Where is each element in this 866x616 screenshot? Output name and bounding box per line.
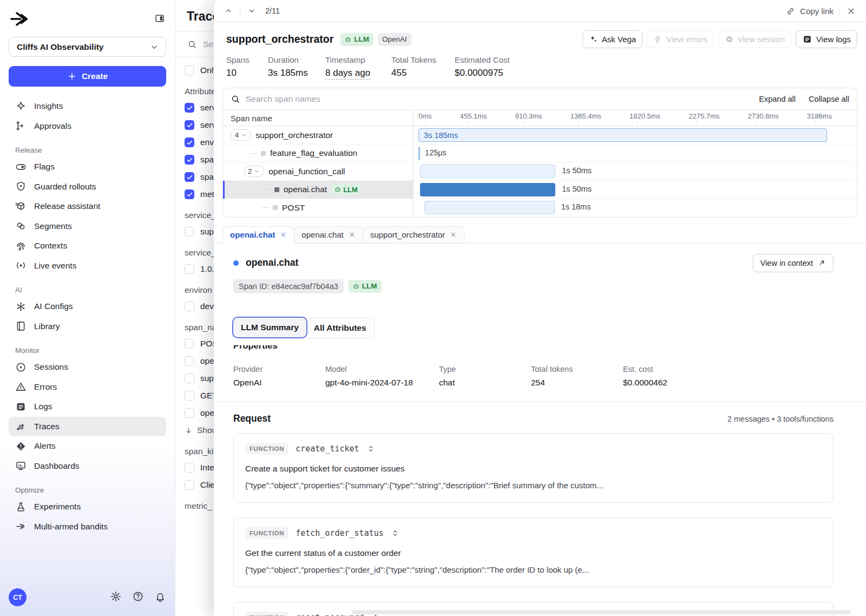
span-search-input[interactable]: Search span names <box>246 94 753 104</box>
ask-vega-button[interactable]: Ask Vega <box>582 30 642 48</box>
nav-section-label: Release <box>15 146 166 154</box>
sidebar-item-label: Sessions <box>34 362 68 372</box>
sidebar-item-approvals[interactable]: Approvals <box>9 116 166 136</box>
span-name: openai_function_call <box>268 167 345 176</box>
copy-link-button[interactable]: Copy link <box>786 6 834 16</box>
filter-checkbox-met[interactable]: met <box>185 186 214 203</box>
filter-checkbox-sup[interactable]: sup <box>185 370 214 387</box>
span-name-cell: 4support_orchestrator <box>223 126 414 144</box>
settings-button[interactable] <box>110 591 122 604</box>
span-row-feature-flag-evaluation[interactable]: feature_flag_evaluation125µs <box>223 145 857 163</box>
span-tab-openai-chat[interactable]: openai.chat <box>222 226 294 244</box>
span-name: POST <box>282 203 305 213</box>
divider <box>839 6 839 16</box>
horizontal-scrollbar[interactable] <box>352 610 851 614</box>
prev-trace-button[interactable] <box>222 5 234 17</box>
span-bar-cell: 3s 185ms <box>414 126 857 144</box>
sidebar-item-library[interactable]: Library <box>9 317 166 337</box>
sidebar-item-insights[interactable]: Insights <box>9 96 166 116</box>
duration-bar[interactable]: 3s 185ms <box>418 128 827 142</box>
filter-checkbox-clie[interactable]: Clie <box>185 476 214 494</box>
filter-checkbox-env[interactable]: env <box>185 134 214 151</box>
span-row-openai-function-call[interactable]: 2openai_function_call1s 50ms <box>223 162 857 181</box>
duration-bar[interactable] <box>420 165 555 178</box>
expand-collapse-button[interactable] <box>391 529 399 538</box>
workspace-selector[interactable]: Cliffs AI Observability <box>9 37 166 57</box>
tab-llm-summary[interactable]: LLM Summary <box>233 318 306 337</box>
sidebar-item-traces[interactable]: Traces <box>9 417 166 437</box>
sidebar-item-sessions[interactable]: Sessions <box>9 357 166 377</box>
view-errors-button[interactable]: View errors <box>647 30 714 48</box>
waterfall-body: 4support_orchestrator3s 185msfeature_fla… <box>223 126 857 217</box>
create-button[interactable]: Create <box>9 66 166 87</box>
avatar[interactable]: CT <box>9 588 27 606</box>
filter-checkbox-get[interactable]: GET <box>185 387 214 404</box>
expand-collapse-button[interactable] <box>366 444 375 453</box>
span-row-support-orchestrator[interactable]: 4support_orchestrator3s 185ms <box>223 126 857 145</box>
tick-label: 2275.7ms <box>688 112 719 120</box>
filter-checkbox-inte[interactable]: Inte <box>185 459 214 476</box>
sidebar-item-multi-armed-bandits[interactable]: Multi-armed bandits <box>9 517 166 537</box>
span-count-toggle[interactable]: 2 <box>244 166 264 177</box>
filter-checkbox-ope[interactable]: ope <box>185 352 214 370</box>
filter-checkbox-only[interactable]: Only <box>185 62 214 79</box>
sidebar-item-label: Segments <box>34 221 72 231</box>
duration-bar[interactable] <box>424 201 555 214</box>
filter-checkbox-1-0-0[interactable]: 1.0.0 <box>185 260 214 278</box>
stat-value[interactable]: 8 days ago <box>325 68 370 80</box>
chevron-down-small-icon <box>247 6 256 15</box>
sidebar-item-alerts[interactable]: Alerts <box>9 436 166 456</box>
sidebar-item-contexts[interactable]: Contexts <box>9 236 166 256</box>
function-description: Create a support ticket for customer iss… <box>245 464 822 474</box>
filter-checkbox-spa[interactable]: spa <box>185 151 214 168</box>
help-button[interactable] <box>132 591 144 604</box>
sidebar-item-errors[interactable]: Errors <box>9 377 166 397</box>
function-card-header: FUNCTIONcreate_ticket <box>245 443 822 455</box>
show-more-link[interactable]: Show <box>185 422 214 439</box>
function-name: create_ticket <box>296 444 359 454</box>
view-in-context-button[interactable]: View in context <box>753 254 834 272</box>
filter-checkbox-pos[interactable]: POS <box>185 335 214 352</box>
link-icon <box>786 6 795 16</box>
collapse-sidebar-button[interactable] <box>153 12 166 27</box>
view-session-button[interactable]: View session <box>718 30 791 48</box>
sidebar-item-dashboards[interactable]: Dashboards <box>9 456 166 476</box>
filter-checkbox-dev[interactable]: dev <box>185 298 214 315</box>
timeline-tick: 1365.4ms <box>570 112 601 126</box>
filter-checkbox-spa[interactable]: spa <box>185 168 214 186</box>
tick-label: 910.3ms <box>515 112 542 120</box>
llm-badge: LLM <box>331 184 361 195</box>
sidebar-item-guarded-rollouts[interactable]: Guarded rollouts <box>9 177 166 197</box>
span-tab-openai-chat[interactable]: openai.chat <box>294 226 363 244</box>
notifications-button[interactable] <box>154 591 166 604</box>
collapse-all-button[interactable]: Collapse all <box>809 95 849 103</box>
sidebar-item-flags[interactable]: Flags <box>9 157 166 177</box>
function-card-header: FUNCTIONfetch_order_status <box>245 527 822 539</box>
next-trace-button[interactable] <box>246 5 258 17</box>
sidebar-item-release-assistant[interactable]: Release assistant <box>9 196 166 217</box>
tab-all-attributes[interactable]: All Attributes <box>306 318 374 338</box>
close-overlay-button[interactable] <box>845 5 857 17</box>
view-logs-button[interactable]: View logs <box>796 30 857 48</box>
duration-bar[interactable] <box>418 147 420 160</box>
filter-checkbox-sup[interactable]: sup <box>185 223 214 240</box>
sidebar-item-logs[interactable]: Logs <box>9 397 166 417</box>
expand-all-button[interactable]: Expand all <box>759 95 796 103</box>
sidebar-item-ai-configs[interactable]: AI Configs <box>9 297 166 317</box>
filter-checkbox-serv[interactable]: serv <box>185 99 214 116</box>
filter-checkbox-ope[interactable]: ope <box>185 404 214 422</box>
duration-bar[interactable] <box>420 183 555 196</box>
traces-search-input[interactable]: Sear <box>175 31 214 57</box>
span-count-toggle[interactable]: 4 <box>231 129 251 141</box>
sidebar-item-label: Live events <box>34 261 76 271</box>
span-row-post[interactable]: POST1s 18ms <box>223 199 857 217</box>
checkbox <box>185 408 194 418</box>
nav-section-label: Monitor <box>15 346 166 355</box>
robot-icon <box>345 36 351 43</box>
filter-checkbox-serv[interactable]: serv <box>185 116 214 134</box>
span-row-openai-chat[interactable]: openai.chatLLM1s 50ms <box>223 181 857 199</box>
span-tab-support-orchestrator[interactable]: support_orchestrator <box>363 226 464 244</box>
sidebar-item-experiments[interactable]: Experiments <box>9 497 166 517</box>
sidebar-item-segments[interactable]: Segments <box>9 217 166 237</box>
sidebar-item-live-events[interactable]: Live events <box>9 256 166 276</box>
